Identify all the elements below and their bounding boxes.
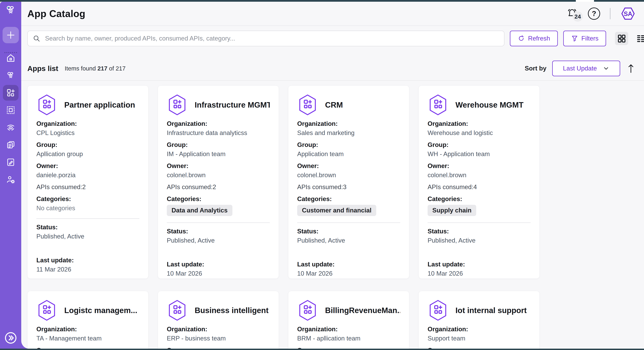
last-update-value: 10 Mar 2026 [297, 270, 400, 277]
owner-label: Owner: [167, 162, 270, 170]
page-title: App Catalog [27, 8, 85, 19]
status-value: Published, Active [167, 237, 270, 244]
organization-value: Werehouse and logistic [428, 129, 530, 137]
status-value: Published, Active [36, 233, 140, 240]
sidebar-item-hive[interactable] [3, 68, 18, 83]
owner-label: Owner: [297, 162, 400, 170]
apis-consumed-value: 4 [473, 184, 477, 191]
user-avatar[interactable]: SA [620, 6, 636, 22]
categories-label: Categories: [36, 195, 140, 203]
last-update-value: 11 Mar 2026 [36, 266, 140, 273]
organization-label: Organization: [297, 120, 400, 127]
card-header: CRM [297, 93, 400, 116]
app-title: Iot internal support [456, 306, 527, 315]
app-card[interactable]: Partner application Organization: CPL Lo… [27, 85, 148, 279]
card-header: Infrastructure MGMT [167, 93, 270, 116]
sort-dropdown-value: Last Update [563, 65, 597, 72]
card-header: Werehouse MGMT [428, 93, 530, 116]
last-update-label: Last update: [297, 261, 400, 268]
group-value: Application team [297, 150, 400, 158]
app-hexagon-icon [36, 299, 57, 322]
view-toggles [615, 32, 644, 45]
app-card[interactable]: Business intelligent Organization: ERP -… [158, 291, 279, 349]
notification-count-badge: 24 [572, 12, 583, 22]
group-value: Apllication group [36, 150, 140, 158]
search-icon [32, 34, 41, 43]
categories-label: Categories: [428, 195, 530, 203]
apis-consumed-line: APIs consumed:3 [297, 183, 400, 191]
header-divider [610, 8, 610, 19]
owner-value: colonel.brown [428, 171, 530, 179]
last-update-value: 10 Mar 2026 [428, 270, 530, 277]
sidebar-item-observability[interactable] [3, 120, 18, 135]
sidebar-item-home[interactable] [3, 50, 18, 66]
card-divider [36, 218, 140, 219]
sidebar-item-edit-docs[interactable] [3, 154, 18, 170]
sidebar-item-app-catalog[interactable] [3, 85, 18, 101]
brand-bee-logo [5, 5, 17, 16]
app-hexagon-icon [167, 93, 188, 116]
apis-consumed-line: APIs consumed:2 [36, 183, 140, 191]
organization-label: Organization: [428, 325, 530, 333]
app-title: Logistc managem... [64, 306, 137, 315]
category-chip: Supply chain [428, 205, 476, 216]
app-card[interactable]: Infrastructure MGMT Organization: Infras… [158, 85, 279, 279]
app-title: Infrastructure MGMT [195, 100, 270, 109]
sidebar-item-user-management[interactable] [3, 172, 18, 188]
group-label: Group: [167, 346, 270, 349]
status-label: Status: [297, 228, 400, 235]
category-chip: Data and Analytics [167, 205, 232, 216]
app-card[interactable]: Werehouse MGMT Organization: Werehouse a… [418, 85, 540, 279]
app-title: Business intelligent [195, 306, 268, 315]
categories-label: Categories: [167, 195, 270, 203]
user-settings-icon [6, 175, 16, 185]
refresh-button[interactable]: Refresh [510, 31, 558, 46]
documents-icon [6, 140, 16, 150]
app-hexagon-icon [297, 93, 318, 116]
apis-consumed-value: 2 [212, 184, 216, 191]
organization-value: Sales and marketing [297, 129, 400, 137]
notifications-button[interactable]: 24 [566, 8, 578, 20]
grid-view-toggle[interactable] [615, 32, 628, 45]
edit-document-icon [6, 157, 16, 167]
group-value: IM - Application team [167, 150, 270, 158]
sort-direction-button[interactable] [626, 63, 636, 74]
card-divider [297, 223, 400, 223]
owner-label: Owner: [36, 162, 140, 170]
help-button[interactable] [588, 8, 600, 20]
app-title: CRM [325, 100, 343, 109]
create-new-button[interactable] [2, 27, 19, 43]
expand-sidebar-button[interactable] [4, 330, 18, 345]
card-header: Logistc managem... [36, 299, 140, 322]
app-card[interactable]: Iot internal support Organization: Suppo… [418, 291, 540, 349]
app-hexagon-icon [167, 299, 188, 322]
group-value: WH - Application team [428, 150, 530, 158]
organization-label: Organization: [167, 120, 270, 127]
list-view-toggle[interactable] [634, 32, 644, 45]
organization-label: Organization: [167, 325, 270, 333]
apis-consumed-line: APIs consumed:4 [428, 183, 530, 191]
group-label: Group: [297, 346, 400, 349]
filters-button[interactable]: Filters [563, 31, 606, 46]
owner-label: Owner: [428, 162, 530, 170]
sort-dropdown[interactable]: Last Update [552, 61, 620, 76]
items-found-text: Items found 217 of 217 [65, 65, 126, 72]
organization-value: Infrastructure data analyticss [167, 129, 270, 137]
sidebar-item-documents[interactable] [3, 137, 18, 153]
search-box[interactable] [27, 31, 504, 46]
app-card[interactable]: BillingRevenueMan... Organization: BRM -… [288, 291, 409, 349]
filter-icon [571, 35, 578, 42]
card-header: BillingRevenueMan... [297, 299, 400, 322]
organization-value: BRM - apllication team [297, 335, 400, 342]
home-icon [6, 53, 16, 63]
list-view-icon [636, 34, 644, 43]
sidebar-nav [0, 50, 21, 188]
sidebar-item-environments[interactable] [3, 102, 18, 118]
owner-value: daniele.porzia [36, 171, 140, 179]
owner-value: colonel.brown [167, 171, 270, 179]
app-card[interactable]: Logistc managem... Organization: TA - Ma… [27, 291, 148, 349]
search-input[interactable] [45, 35, 499, 42]
last-update-value: 10 Mar 2026 [167, 270, 270, 277]
app-title: BillingRevenueMan... [325, 306, 400, 315]
app-card[interactable]: CRM Organization: Sales and marketing Gr… [288, 85, 409, 279]
